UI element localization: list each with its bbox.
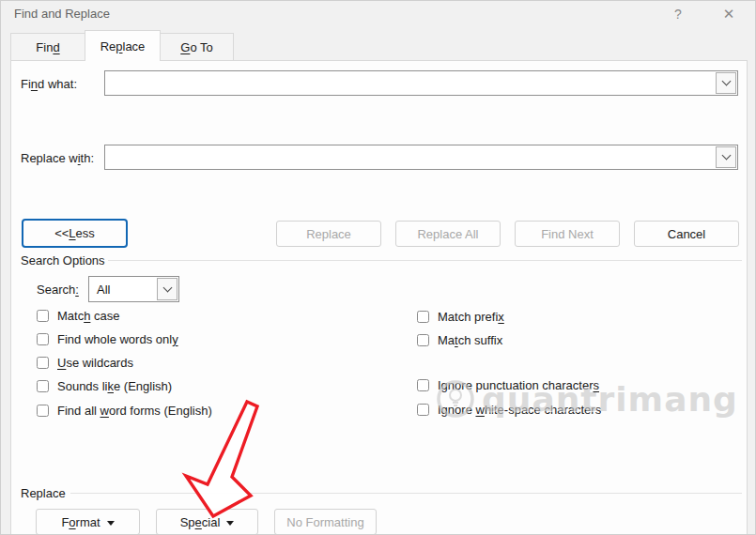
find-next-button[interactable]: Find Next bbox=[515, 221, 620, 247]
checkbox-label: Match prefix bbox=[438, 310, 504, 324]
find-what-input[interactable] bbox=[107, 72, 713, 94]
checkbox-label: Ignore white-space characters bbox=[438, 403, 601, 417]
tab-replace[interactable]: Replace bbox=[85, 30, 161, 61]
checkbox-label: Find all word forms (English) bbox=[57, 404, 212, 418]
checkbox-icon bbox=[417, 379, 429, 391]
checkbox-ignore-white-space[interactable]: Ignore white-space characters bbox=[417, 401, 601, 418]
dropdown-arrow-icon bbox=[226, 521, 234, 526]
format-button-label: Format bbox=[61, 515, 100, 529]
help-icon[interactable]: ? bbox=[666, 3, 690, 25]
checkbox-sounds-like[interactable]: Sounds like (English) bbox=[37, 377, 172, 394]
chevron-down-icon bbox=[721, 77, 731, 86]
search-direction-dropdown[interactable]: All bbox=[88, 276, 179, 302]
checkbox-icon bbox=[37, 380, 49, 392]
checkbox-icon bbox=[417, 404, 429, 416]
checkbox-icon bbox=[37, 333, 49, 345]
search-direction-label: Search: bbox=[37, 283, 79, 297]
no-formatting-button[interactable]: No Formatting bbox=[274, 509, 377, 535]
replace-button[interactable]: Replace bbox=[276, 221, 381, 247]
find-what-dropdown-button[interactable] bbox=[716, 72, 736, 94]
dialog-title: Find and Replace bbox=[14, 7, 110, 21]
cancel-button[interactable]: Cancel bbox=[634, 221, 739, 247]
search-direction-value: All bbox=[97, 277, 110, 301]
special-button[interactable]: Special bbox=[156, 509, 258, 535]
checkbox-label: Match case bbox=[57, 309, 119, 323]
find-and-replace-dialog: Find and Replace ? ✕ Find Replace Go To … bbox=[0, 0, 756, 535]
special-button-label: Special bbox=[180, 515, 221, 529]
replace-with-combobox bbox=[104, 145, 738, 170]
replace-with-label: Replace with: bbox=[21, 151, 94, 165]
chevron-down-icon bbox=[162, 283, 172, 292]
checkbox-icon bbox=[37, 310, 49, 322]
tab-go-to[interactable]: Go To bbox=[160, 33, 234, 61]
checkbox-label: Ignore punctuation characters bbox=[438, 378, 599, 392]
checkbox-find-all-word-forms[interactable]: Find all word forms (English) bbox=[37, 402, 212, 419]
checkbox-label: Use wildcards bbox=[57, 356, 133, 370]
checkbox-icon bbox=[37, 357, 49, 369]
checkbox-find-whole-words-only[interactable]: Find whole words only bbox=[37, 330, 178, 347]
less-button[interactable]: << Less bbox=[22, 219, 128, 248]
checkbox-icon bbox=[417, 311, 429, 323]
search-direction-dropdown-button[interactable] bbox=[157, 278, 177, 300]
replace-with-dropdown-button[interactable] bbox=[716, 146, 736, 168]
checkbox-match-suffix[interactable]: Match suffix bbox=[417, 331, 502, 348]
dropdown-arrow-icon bbox=[107, 521, 115, 526]
checkbox-label: Sounds like (English) bbox=[57, 379, 172, 393]
replace-all-button[interactable]: Replace All bbox=[395, 221, 501, 247]
replace-group-label: Replace bbox=[21, 486, 66, 500]
checkbox-use-wildcards[interactable]: Use wildcards bbox=[37, 354, 133, 371]
checkbox-icon bbox=[417, 334, 429, 346]
format-button[interactable]: Format bbox=[36, 509, 140, 535]
replace-group-divider bbox=[70, 493, 742, 494]
search-options-group-label: Search Options bbox=[21, 253, 105, 268]
checkbox-ignore-punctuation[interactable]: Ignore punctuation characters bbox=[417, 376, 599, 393]
find-what-label: Find what: bbox=[21, 77, 77, 91]
close-icon[interactable]: ✕ bbox=[717, 3, 741, 25]
checkbox-label: Match suffix bbox=[438, 333, 502, 347]
find-what-combobox bbox=[104, 70, 738, 96]
checkbox-icon bbox=[37, 405, 49, 417]
tab-find[interactable]: Find bbox=[10, 33, 85, 61]
checkbox-match-case[interactable]: Match case bbox=[37, 307, 119, 324]
search-options-divider bbox=[108, 260, 742, 261]
checkbox-label: Find whole words only bbox=[57, 332, 178, 346]
checkbox-match-prefix[interactable]: Match prefix bbox=[417, 308, 504, 325]
replace-with-input[interactable] bbox=[107, 146, 713, 168]
title-bar: Find and Replace ? ✕ bbox=[1, 1, 755, 29]
chevron-down-icon bbox=[721, 151, 731, 160]
